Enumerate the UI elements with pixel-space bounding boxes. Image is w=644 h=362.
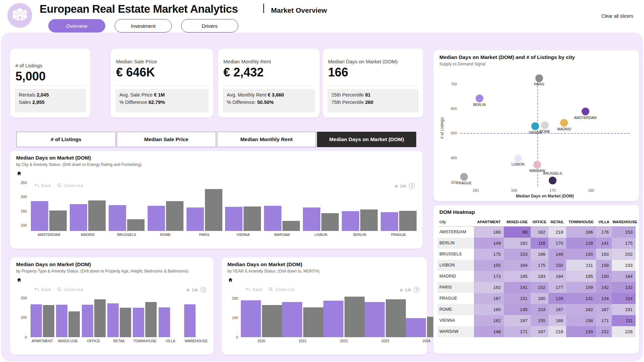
heatmap-value-cell[interactable]: 185: [504, 271, 531, 282]
gray-bar-apartment[interactable]: [43, 305, 54, 337]
scatter-point-vienna[interactable]: [531, 122, 539, 130]
heatmap-value-cell[interactable]: 145: [504, 304, 531, 315]
heatmap-value-cell[interactable]: 184: [548, 271, 566, 282]
heatmap-column-header[interactable]: TOWNHOUSE: [566, 217, 596, 227]
gray-bar-lisbon[interactable]: [321, 213, 339, 231]
heatmap-column-header[interactable]: RETAIL: [548, 217, 566, 227]
purple-bar-paris[interactable]: [186, 207, 204, 231]
heatmap-value-cell[interactable]: 188: [548, 315, 566, 326]
heatmap-value-cell[interactable]: 175: [612, 238, 636, 249]
heatmap-value-cell[interactable]: 152: [596, 326, 612, 337]
heatmap-column-header[interactable]: OFFICE: [531, 217, 548, 227]
heatmap-value-cell[interactable]: 153: [612, 227, 636, 238]
heatmap-value-cell[interactable]: 150: [566, 249, 596, 260]
gray-bar-brussels[interactable]: [127, 219, 145, 231]
heatmap-value-cell[interactable]: 211: [566, 260, 596, 271]
heatmap-value-cell[interactable]: 171: [504, 326, 531, 337]
gray-bar-prague[interactable]: [399, 211, 417, 231]
heatmap-value-cell[interactable]: 126: [548, 293, 566, 304]
purple-bar-prague[interactable]: [381, 212, 398, 231]
home-icon[interactable]: [228, 278, 233, 282]
heatmap-value-cell[interactable]: 182: [531, 227, 548, 238]
heatmap-value-cell[interactable]: 164: [504, 260, 531, 271]
gray-bar-retail[interactable]: [120, 308, 131, 337]
heatmap-city-cell[interactable]: VIENNA: [437, 315, 474, 326]
heatmap-value-cell[interactable]: 187: [531, 326, 548, 337]
heatmap-value-cell[interactable]: 218: [548, 326, 566, 337]
gray-bar-warsaw[interactable]: [282, 221, 300, 231]
gray-bar-office[interactable]: [94, 299, 106, 337]
heatmap-value-cell[interactable]: 167: [596, 304, 612, 315]
heatmap-value-cell[interactable]: 193: [531, 271, 548, 282]
heatmap-value-cell[interactable]: 158: [566, 315, 596, 326]
heatmap-city-cell[interactable]: BRUSSELS: [437, 249, 474, 260]
purple-bar-vienna[interactable]: [225, 207, 243, 231]
metric-button-sale-price[interactable]: Median Sale Price: [117, 132, 216, 147]
heatmap-value-cell[interactable]: 150: [548, 260, 566, 271]
heatmap-city-cell[interactable]: BERLIN: [437, 238, 474, 249]
heatmap-value-cell[interactable]: 132: [612, 282, 636, 293]
scatter-point-prague[interactable]: [460, 173, 468, 181]
purple-bar-2023[interactable]: [365, 302, 385, 337]
heatmap-value-cell[interactable]: 180: [531, 293, 548, 304]
zoom-out-button[interactable]: Zoom-out: [57, 287, 83, 292]
heatmap-value-cell[interactable]: 167: [548, 304, 566, 315]
heatmap-value-cell[interactable]: 176: [596, 227, 612, 238]
gray-bar-berlin[interactable]: [360, 209, 378, 231]
help-icon[interactable]: ?: [414, 287, 420, 293]
scatter-point-lisbon[interactable]: [514, 155, 522, 162]
heatmap-value-cell[interactable]: 167: [474, 293, 504, 304]
purple-bar-retail[interactable]: [107, 303, 119, 337]
back-button[interactable]: Back: [246, 287, 262, 292]
purple-bar-office[interactable]: [82, 305, 93, 337]
heatmap-value-cell[interactable]: 114: [612, 293, 636, 304]
heatmap-value-cell[interactable]: 175: [474, 249, 504, 260]
heatmap-value-cell[interactable]: 173: [474, 271, 504, 282]
purple-bar-2021[interactable]: [282, 302, 302, 337]
home-icon[interactable]: [17, 278, 21, 282]
gray-bar-madrid[interactable]: [88, 200, 106, 231]
scatter-point-amsterdam[interactable]: [582, 108, 589, 115]
heatmap-value-cell[interactable]: 155: [474, 260, 504, 271]
heatmap-value-cell[interactable]: 158: [596, 260, 612, 271]
zoom-out-button[interactable]: Zoom-out: [268, 287, 294, 292]
scatter-point-warsaw[interactable]: [533, 161, 541, 169]
heatmap-value-cell[interactable]: 131: [566, 293, 596, 304]
heatmap-value-cell[interactable]: 171: [596, 315, 612, 326]
heatmap-value-cell[interactable]: 149: [548, 249, 566, 260]
heatmap-value-cell[interactable]: 193: [596, 249, 612, 260]
metric-button-dom[interactable]: Median Days on Market (DOM): [317, 132, 416, 147]
metric-button-monthly-rent[interactable]: Median Monthly Rent: [217, 132, 316, 147]
list-icon[interactable]: ≡: [186, 287, 190, 293]
heatmap-value-cell[interactable]: 150: [596, 271, 612, 282]
heatmap-value-cell[interactable]: 116: [531, 238, 548, 249]
heatmap-value-cell[interactable]: 134: [596, 293, 612, 304]
heatmap-column-header[interactable]: city: [437, 217, 474, 227]
heatmap-value-cell[interactable]: 152: [531, 282, 548, 293]
gray-bar-townhouse[interactable]: [145, 302, 157, 337]
heatmap-value-cell[interactable]: 188: [474, 227, 504, 238]
scale-mode-label[interactable]: Lin: [192, 287, 198, 292]
purple-bar-2022[interactable]: [323, 301, 343, 337]
heatmap-column-header[interactable]: WAREHOUSE: [612, 217, 636, 227]
scatter-point-berlin[interactable]: [476, 95, 483, 102]
purple-bar-rome[interactable]: [148, 206, 165, 231]
heatmap-city-cell[interactable]: MADRID: [437, 271, 474, 282]
heatmap-value-cell[interactable]: 130: [566, 326, 596, 337]
gray-bar-2023[interactable]: [386, 299, 406, 337]
heatmap-city-cell[interactable]: PRAGUE: [437, 293, 474, 304]
purple-bar-apartment[interactable]: [31, 304, 42, 337]
heatmap-city-cell[interactable]: LISBON: [437, 260, 474, 271]
back-button[interactable]: Back: [34, 287, 51, 292]
heatmap-value-cell[interactable]: 149: [474, 238, 504, 249]
heatmap-value-cell[interactable]: 180: [474, 304, 504, 315]
purple-bar-villa[interactable]: [159, 307, 170, 337]
gray-bar-paris[interactable]: [205, 189, 222, 231]
heatmap-value-cell[interactable]: 153: [531, 304, 548, 315]
heatmap-column-header[interactable]: VILLA: [596, 217, 612, 227]
heatmap-value-cell[interactable]: 175: [531, 260, 548, 271]
purple-bar-brussels[interactable]: [109, 205, 126, 231]
tab-drivers[interactable]: Drivers: [181, 19, 238, 33]
heatmap-value-cell[interactable]: 177: [548, 282, 566, 293]
heatmap-value-cell[interactable]: 218: [548, 227, 566, 238]
